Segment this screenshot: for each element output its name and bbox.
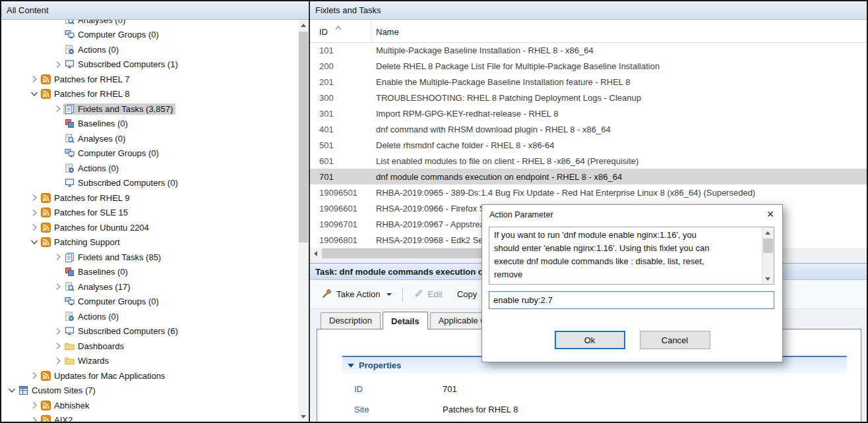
- tree-item-computer-groups-0[interactable]: Computer Groups (0): [1, 295, 298, 310]
- tree-item-patches-for-rhel-7[interactable]: Patches for RHEL 7: [1, 72, 298, 87]
- property-value: Patches for RHEL 8: [443, 405, 518, 414]
- tree-item-patches-for-ubuntu-2204[interactable]: Patches for Ubuntu 2204: [1, 220, 298, 235]
- dialog-buttons: Ok Cancel: [482, 331, 782, 349]
- tree-item-patching-support[interactable]: Patching Support: [1, 235, 298, 250]
- tree-item-patches-for-rhel-9[interactable]: Patches for RHEL 9: [1, 190, 298, 206]
- chevron-right-icon[interactable]: [53, 341, 63, 351]
- scroll-left-icon[interactable]: [310, 248, 321, 259]
- table-row[interactable]: 301Import RPM-GPG-KEY-redhat-release - R…: [310, 105, 867, 121]
- tree-node: Actions (0): [63, 311, 121, 322]
- tree-item-subscribed-computers-0[interactable]: Subscribed Computers (0): [1, 176, 298, 191]
- chevron-right-icon[interactable]: [29, 415, 40, 422]
- tree-item-baselines-0[interactable]: Baselines (0): [1, 117, 298, 132]
- tab-details[interactable]: Details: [383, 312, 428, 329]
- chevron-right-icon[interactable]: [53, 326, 63, 337]
- feed-icon: [41, 415, 51, 422]
- tree-item-analyses-0[interactable]: Analyses (0): [1, 20, 298, 28]
- chevron-right-icon[interactable]: [53, 252, 63, 262]
- tree-item-label: Wizards: [78, 356, 109, 366]
- chevron-right-icon[interactable]: [53, 59, 63, 70]
- chevron-right-icon[interactable]: [53, 356, 63, 366]
- chevron-down-icon[interactable]: [7, 385, 17, 396]
- chevron-down-icon[interactable]: [29, 237, 40, 248]
- tree-item-subscribed-computers-1[interactable]: Subscribed Computers (1): [1, 57, 298, 72]
- tree-item-custom-sites-7[interactable]: Custom Sites (7): [1, 383, 298, 399]
- scroll-up-icon[interactable]: [762, 227, 773, 238]
- tree-item-subscribed-computers-6[interactable]: Subscribed Computers (6): [1, 324, 298, 339]
- tree-item-wizards[interactable]: Wizards: [1, 354, 298, 369]
- edit-button[interactable]: Edit: [408, 285, 448, 303]
- tree-item-updates-for-mac-applications[interactable]: Updates for Mac Applications: [1, 368, 298, 383]
- actions-icon: [65, 45, 75, 55]
- tree-item-fixlets-and-tasks-85[interactable]: Fixlets and Tasks (85): [1, 250, 298, 265]
- copy-button[interactable]: Copy: [452, 287, 482, 302]
- column-header-name[interactable]: Name: [371, 20, 867, 42]
- tree-item-dashboards[interactable]: Dashboards: [1, 339, 298, 354]
- chevron-right-icon[interactable]: [29, 400, 40, 410]
- cell-name: List enabled modules to file on client -…: [371, 156, 638, 166]
- tree-item-aix2[interactable]: AIX2: [1, 413, 298, 422]
- tree-item-analyses-17[interactable]: Analyses (17): [1, 279, 298, 295]
- tree-scrollbar[interactable]: [298, 20, 309, 422]
- toolbar-button-label: Copy: [457, 289, 477, 299]
- tree-item-abhishek[interactable]: Abhishek: [1, 398, 298, 413]
- cell-id: 301: [310, 109, 371, 119]
- table-row[interactable]: 200Delete RHEL 8 Package List File for M…: [310, 58, 867, 74]
- tree-item-patches-for-sle-15[interactable]: Patches for SLE 15: [1, 206, 298, 221]
- tree-node: Updates for Mac Applications: [40, 370, 168, 381]
- scrollbar-thumb[interactable]: [763, 239, 773, 253]
- chevron-down-icon[interactable]: [29, 89, 40, 99]
- chevron-right-icon[interactable]: [53, 103, 63, 114]
- chevron-right-icon[interactable]: [29, 208, 40, 218]
- expander-spacer: [53, 20, 63, 25]
- scroll-down-icon[interactable]: [762, 273, 773, 284]
- scroll-down-icon[interactable]: [298, 411, 309, 422]
- tree-item-computer-groups-0[interactable]: Computer Groups (0): [1, 146, 298, 161]
- tree-node: Fixlets and Tasks (85): [63, 252, 164, 263]
- tree-item-computer-groups-0[interactable]: Computer Groups (0): [1, 28, 298, 43]
- ok-button[interactable]: Ok: [555, 331, 625, 349]
- tree-node: Analyses (17): [63, 281, 133, 293]
- cancel-button[interactable]: Cancel: [640, 331, 710, 349]
- table-row[interactable]: 19096501RHBA-2019:0965 - 389-Ds:1.4 Bug …: [310, 184, 867, 200]
- tree-item-label: Analyses (17): [78, 282, 130, 292]
- tree-item-baselines-0[interactable]: Baselines (0): [1, 265, 298, 280]
- table-row[interactable]: 300TROUBLESHOOTING: RHEL 8 Patching Depl…: [310, 90, 867, 105]
- table-row[interactable]: 401dnf command with RHSM download plugin…: [310, 121, 867, 137]
- chevron-right-icon[interactable]: [29, 192, 40, 203]
- chevron-right-icon[interactable]: [53, 281, 63, 292]
- chevron-right-icon[interactable]: [29, 370, 40, 381]
- column-header-id[interactable]: ID: [310, 20, 371, 42]
- tree-item-label: AIX2: [54, 415, 73, 422]
- tree-item-actions-0[interactable]: Actions (0): [1, 42, 298, 57]
- list-column-headers: ID Name: [310, 20, 867, 43]
- take-action-button[interactable]: Take Action: [317, 285, 397, 303]
- scrollbar-thumb[interactable]: [299, 32, 308, 242]
- table-row[interactable]: 701dnf module commands execution on endp…: [310, 169, 867, 184]
- chevron-right-icon[interactable]: [29, 222, 40, 233]
- table-row[interactable]: 601List enabled modules to file on clien…: [310, 153, 867, 169]
- subscribed-icon: [65, 59, 75, 69]
- message-scrollbar[interactable]: [762, 227, 774, 284]
- doc-icon: [65, 104, 75, 114]
- column-label: Name: [376, 27, 399, 37]
- property-label: ID: [354, 384, 443, 394]
- tree-item-label: Actions (0): [78, 163, 119, 173]
- cell-id: 101: [310, 45, 371, 55]
- table-row[interactable]: 201Enable the Multiple-Package Baseline …: [310, 74, 867, 90]
- tree-item-actions-0[interactable]: Actions (0): [1, 309, 298, 324]
- scroll-up-icon[interactable]: [298, 20, 309, 30]
- table-row[interactable]: 501Delete rhsmdnf cache folder - RHEL 8 …: [310, 137, 867, 153]
- tree-item-patches-for-rhel-8[interactable]: Patches for RHEL 8: [1, 87, 298, 102]
- feed-icon: [41, 193, 51, 203]
- tree-item-label: Analyses (0): [78, 20, 125, 25]
- close-icon[interactable]: ×: [759, 206, 782, 223]
- chevron-right-icon[interactable]: [29, 74, 40, 84]
- tree-item-label: Patches for Ubuntu 2204: [54, 223, 149, 233]
- parameter-input[interactable]: [489, 291, 774, 309]
- tab-description[interactable]: Description: [321, 312, 381, 329]
- tree-item-analyses-0[interactable]: Analyses (0): [1, 131, 298, 146]
- tree-item-actions-0[interactable]: Actions (0): [1, 161, 298, 176]
- table-row[interactable]: 101Multiple-Package Baseline Installatio…: [310, 42, 867, 58]
- tree-item-fixlets-and-tasks-3-857[interactable]: Fixlets and Tasks (3,857): [1, 101, 298, 117]
